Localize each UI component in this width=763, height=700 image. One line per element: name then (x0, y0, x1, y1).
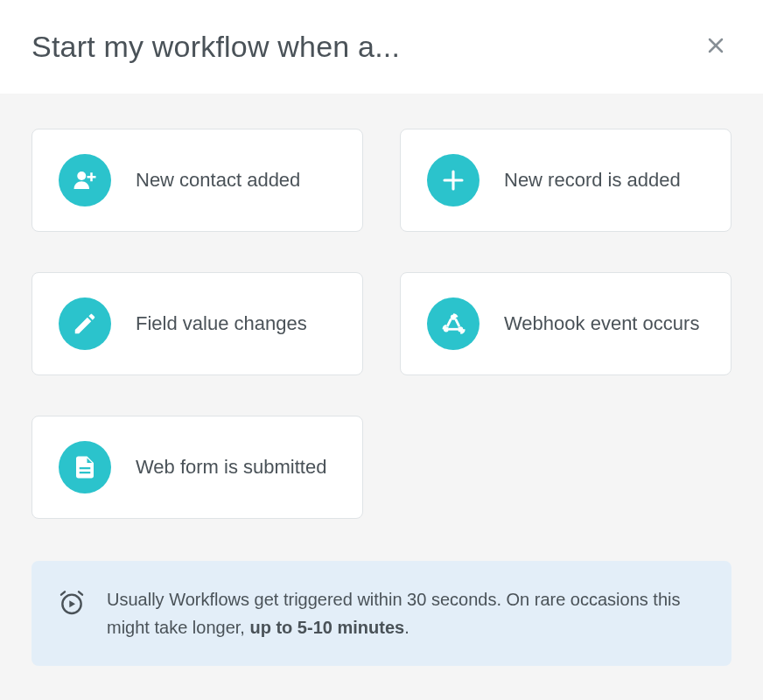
clock-icon (58, 589, 86, 617)
svg-point-2 (77, 172, 86, 180)
svg-line-14 (61, 592, 65, 594)
trigger-web-form[interactable]: Web form is submitted (32, 416, 363, 519)
trigger-label: Web form is submitted (136, 454, 326, 481)
close-button[interactable] (700, 30, 732, 64)
close-icon (705, 35, 726, 59)
webhook-icon (427, 298, 480, 350)
plus-icon (427, 154, 480, 206)
info-text-bold: up to 5-10 minutes (249, 618, 404, 637)
info-text-suffix: . (404, 618, 410, 637)
trigger-webhook[interactable]: Webhook event occurs (400, 272, 732, 375)
form-icon (59, 441, 111, 494)
trigger-field-change[interactable]: Field value changes (32, 272, 363, 375)
modal-header: Start my workflow when a... (0, 0, 763, 94)
trigger-new-record[interactable]: New record is added (400, 129, 732, 232)
trigger-label: Webhook event occurs (504, 311, 699, 338)
trigger-label: New contact added (136, 167, 300, 194)
info-text: Usually Workflows get triggered within 3… (107, 585, 705, 641)
trigger-grid: New contact added New record is added (32, 129, 732, 519)
svg-rect-10 (80, 467, 91, 469)
person-add-icon (59, 154, 111, 206)
trigger-label: Field value changes (136, 311, 307, 338)
info-banner: Usually Workflows get triggered within 3… (32, 561, 732, 666)
svg-line-15 (79, 592, 82, 594)
modal-title: Start my workflow when a... (32, 30, 400, 64)
svg-rect-11 (80, 472, 91, 473)
modal-body: New contact added New record is added (0, 94, 763, 697)
pencil-icon (59, 298, 111, 350)
trigger-label: New record is added (504, 167, 681, 194)
svg-rect-4 (88, 176, 96, 178)
trigger-new-contact[interactable]: New contact added (32, 129, 363, 232)
workflow-trigger-modal: Start my workflow when a... (0, 0, 763, 697)
svg-marker-13 (69, 600, 75, 607)
